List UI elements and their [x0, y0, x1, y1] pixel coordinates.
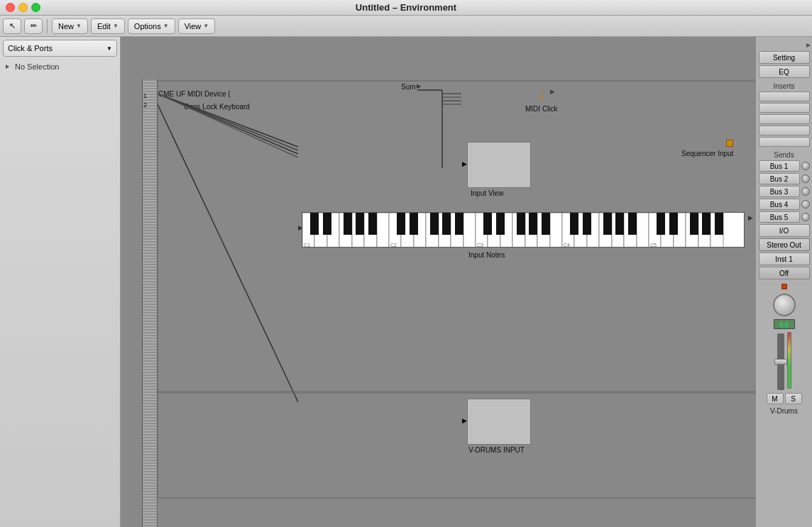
fader-handle[interactable]	[774, 359, 787, 365]
port-number-2: 2	[143, 101, 147, 109]
eq-button[interactable]: EQ	[759, 65, 810, 78]
maximize-button[interactable]	[31, 3, 40, 12]
toolbar: ↖ ✏ New ▼ Edit ▼ Options ▼ View ▼	[0, 16, 812, 37]
sum-out-triangle: ▶	[417, 83, 421, 89]
layer-dropdown[interactable]: Click & Ports ▼	[3, 40, 117, 57]
svg-rect-34	[410, 213, 418, 235]
fader-track[interactable]	[777, 333, 784, 390]
port-strip	[142, 79, 158, 527]
level-meter	[787, 332, 791, 389]
bus2-row: Bus 2	[759, 173, 810, 184]
bus3-dot[interactable]	[801, 187, 810, 196]
svg-line-1	[158, 94, 298, 150]
bus5-button[interactable]: Bus 5	[759, 211, 800, 223]
svg-rect-19	[377, 213, 389, 248]
insert-slot-5[interactable]	[759, 137, 810, 147]
channel-name: V-Drums	[770, 407, 798, 415]
fader-track-area	[777, 332, 791, 392]
bus1-row: Bus 1	[759, 160, 810, 172]
pointer-tool-button[interactable]: ↖	[3, 18, 21, 34]
off-button[interactable]: Off	[759, 267, 810, 279]
window-title: Untitled – Environment	[356, 2, 456, 13]
midi-click-out: ▶	[550, 88, 555, 95]
bus1-dot[interactable]	[801, 162, 810, 170]
svg-rect-58	[637, 213, 649, 248]
svg-text:C3: C3	[477, 243, 483, 248]
close-button[interactable]	[6, 3, 15, 12]
bus2-button[interactable]: Bus 2	[759, 173, 800, 184]
svg-rect-62	[615, 213, 624, 235]
main-layout: Click & Ports ▼ No Selection Sum ▶ 1 2 C…	[0, 37, 812, 527]
sidebar: Click & Ports ▼ No Selection	[0, 37, 121, 527]
v-drums-label: V-DRUMS INPUT	[468, 446, 525, 454]
sequencer-input-node: Sequencer Input	[681, 140, 733, 157]
svg-text:C1: C1	[304, 243, 310, 248]
right-panel: ▶ Setting EQ Inserts Sends Bus 1 Bus 2 B…	[755, 37, 812, 527]
midi-click-label: MIDI Click	[525, 105, 558, 113]
edit-button[interactable]: Edit ▼	[91, 18, 125, 34]
svg-rect-60	[583, 213, 591, 235]
canvas-area[interactable]: Sum ▶ 1 2 CME UF MIDI Device ( Caps Lock…	[121, 37, 755, 527]
new-button[interactable]: New ▼	[52, 18, 88, 34]
pencil-tool-button[interactable]: ✏	[24, 18, 43, 34]
mute-button[interactable]: M	[767, 393, 784, 404]
svg-rect-35	[430, 213, 439, 235]
sum-node-label: Sum	[401, 83, 416, 91]
stereo-out-button[interactable]: Stereo Out	[759, 238, 810, 251]
insert-slot-2[interactable]	[759, 103, 810, 113]
view-dropdown-arrow: ▼	[203, 23, 209, 29]
cme-device-label: CME UF MIDI Device (	[158, 90, 231, 98]
input-notes-label: Input Notes	[468, 251, 505, 259]
inst1-button[interactable]: Inst 1	[759, 253, 810, 265]
solo-button[interactable]: S	[785, 393, 802, 404]
bus4-dot[interactable]	[801, 200, 810, 209]
bus3-button[interactable]: Bus 3	[759, 186, 800, 197]
port-number-1: 1	[143, 92, 147, 99]
view-label: View	[185, 22, 202, 30]
fader-knob[interactable]	[773, 294, 796, 316]
piano-keyboard[interactable]: C1 C2	[302, 212, 745, 248]
svg-rect-59	[570, 213, 578, 235]
svg-text:C5: C5	[650, 243, 657, 248]
svg-rect-12	[158, 392, 755, 498]
options-label: Options	[134, 22, 161, 30]
bus1-button[interactable]: Bus 1	[759, 160, 800, 172]
traffic-lights	[6, 3, 40, 12]
pencil-icon: ✏	[31, 21, 37, 30]
layer-dropdown-label: Click & Ports	[8, 44, 53, 52]
svg-rect-36	[442, 213, 451, 235]
svg-rect-23	[356, 213, 364, 235]
options-dropdown-arrow: ▼	[163, 23, 169, 29]
insert-slot-1[interactable]	[759, 91, 810, 101]
pointer-icon: ↖	[9, 21, 16, 30]
svg-line-0	[158, 94, 298, 147]
minimize-button[interactable]	[18, 3, 28, 12]
svg-rect-75	[702, 213, 710, 235]
svg-rect-61	[603, 213, 612, 235]
bus5-dot[interactable]	[801, 213, 810, 221]
bus4-button[interactable]: Bus 4	[759, 199, 800, 210]
options-button[interactable]: Options ▼	[128, 18, 175, 34]
new-label: New	[58, 22, 74, 30]
input-view-node[interactable]: ▶	[467, 142, 531, 188]
svg-text:C2: C2	[390, 243, 397, 248]
setting-button[interactable]: Setting	[759, 51, 810, 64]
bus3-row: Bus 3	[759, 186, 810, 197]
input-notes-out-port: ▶	[748, 213, 753, 221]
edit-dropdown-arrow: ▼	[113, 23, 119, 29]
svg-rect-33	[397, 213, 405, 235]
svg-line-4	[158, 104, 298, 402]
sends-label: Sends	[774, 151, 794, 159]
svg-rect-76	[715, 213, 723, 235]
view-button[interactable]: View ▼	[178, 18, 216, 34]
svg-rect-24	[368, 213, 377, 235]
fader-section: 0.0	[759, 284, 810, 392]
insert-slot-3[interactable]	[759, 114, 810, 124]
insert-slot-4[interactable]	[759, 126, 810, 135]
svg-rect-32	[463, 213, 476, 248]
io-button[interactable]: I/O	[759, 224, 810, 237]
bus2-dot[interactable]	[801, 174, 810, 183]
v-drums-input-node[interactable]: ▶	[467, 399, 531, 445]
svg-rect-72	[657, 213, 665, 235]
svg-rect-48	[517, 213, 525, 235]
